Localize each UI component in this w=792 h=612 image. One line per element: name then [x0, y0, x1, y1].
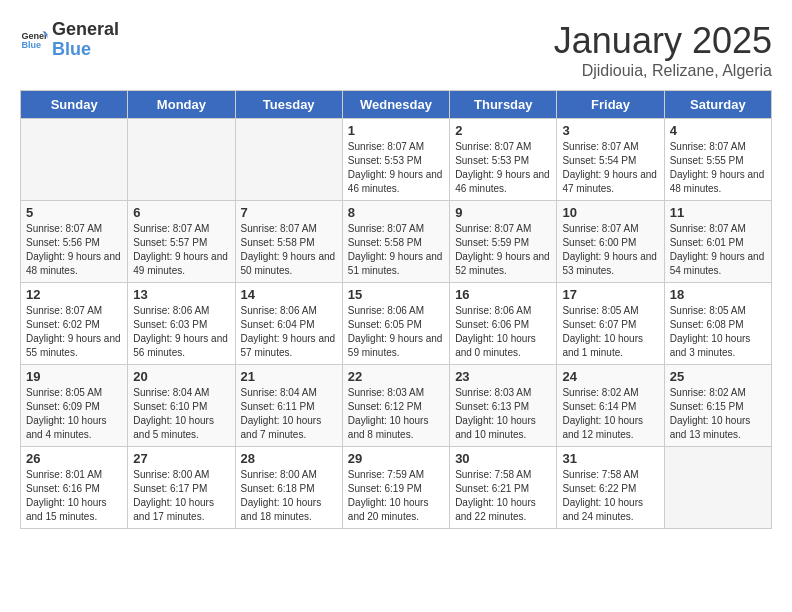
day-info: Sunrise: 8:07 AMSunset: 5:58 PMDaylight:…: [348, 222, 444, 278]
day-number: 5: [26, 205, 122, 220]
calendar-cell: 28Sunrise: 8:00 AMSunset: 6:18 PMDayligh…: [235, 447, 342, 529]
calendar-cell: 5Sunrise: 8:07 AMSunset: 5:56 PMDaylight…: [21, 201, 128, 283]
calendar-cell: 6Sunrise: 8:07 AMSunset: 5:57 PMDaylight…: [128, 201, 235, 283]
calendar-cell: 7Sunrise: 8:07 AMSunset: 5:58 PMDaylight…: [235, 201, 342, 283]
calendar-cell: 24Sunrise: 8:02 AMSunset: 6:14 PMDayligh…: [557, 365, 664, 447]
day-number: 4: [670, 123, 766, 138]
svg-text:Blue: Blue: [21, 40, 41, 50]
day-info: Sunrise: 8:00 AMSunset: 6:18 PMDaylight:…: [241, 468, 337, 524]
day-info: Sunrise: 8:02 AMSunset: 6:15 PMDaylight:…: [670, 386, 766, 442]
logo: General Blue GeneralBlue: [20, 20, 119, 60]
weekday-header: Monday: [128, 91, 235, 119]
day-number: 13: [133, 287, 229, 302]
calendar-cell: 20Sunrise: 8:04 AMSunset: 6:10 PMDayligh…: [128, 365, 235, 447]
weekday-header: Wednesday: [342, 91, 449, 119]
calendar-cell: 12Sunrise: 8:07 AMSunset: 6:02 PMDayligh…: [21, 283, 128, 365]
weekday-header: Sunday: [21, 91, 128, 119]
calendar-cell: 27Sunrise: 8:00 AMSunset: 6:17 PMDayligh…: [128, 447, 235, 529]
logo-icon: General Blue: [20, 26, 48, 54]
weekday-header-row: SundayMondayTuesdayWednesdayThursdayFrid…: [21, 91, 772, 119]
day-info: Sunrise: 8:00 AMSunset: 6:17 PMDaylight:…: [133, 468, 229, 524]
calendar-cell: 19Sunrise: 8:05 AMSunset: 6:09 PMDayligh…: [21, 365, 128, 447]
day-info: Sunrise: 8:03 AMSunset: 6:13 PMDaylight:…: [455, 386, 551, 442]
day-info: Sunrise: 8:03 AMSunset: 6:12 PMDaylight:…: [348, 386, 444, 442]
calendar-cell: 3Sunrise: 8:07 AMSunset: 5:54 PMDaylight…: [557, 119, 664, 201]
day-info: Sunrise: 8:05 AMSunset: 6:08 PMDaylight:…: [670, 304, 766, 360]
day-info: Sunrise: 8:06 AMSunset: 6:06 PMDaylight:…: [455, 304, 551, 360]
page-header: General Blue GeneralBlue January 2025 Dj…: [20, 20, 772, 80]
calendar-cell: 31Sunrise: 7:58 AMSunset: 6:22 PMDayligh…: [557, 447, 664, 529]
day-number: 26: [26, 451, 122, 466]
day-info: Sunrise: 8:07 AMSunset: 5:53 PMDaylight:…: [348, 140, 444, 196]
logo-text: GeneralBlue: [52, 20, 119, 60]
calendar-cell: 21Sunrise: 8:04 AMSunset: 6:11 PMDayligh…: [235, 365, 342, 447]
day-number: 9: [455, 205, 551, 220]
calendar-cell: [21, 119, 128, 201]
day-number: 21: [241, 369, 337, 384]
calendar-cell: 9Sunrise: 8:07 AMSunset: 5:59 PMDaylight…: [450, 201, 557, 283]
day-number: 29: [348, 451, 444, 466]
day-info: Sunrise: 8:01 AMSunset: 6:16 PMDaylight:…: [26, 468, 122, 524]
day-number: 22: [348, 369, 444, 384]
calendar-week-row: 19Sunrise: 8:05 AMSunset: 6:09 PMDayligh…: [21, 365, 772, 447]
day-info: Sunrise: 8:04 AMSunset: 6:11 PMDaylight:…: [241, 386, 337, 442]
day-info: Sunrise: 8:07 AMSunset: 6:01 PMDaylight:…: [670, 222, 766, 278]
day-number: 20: [133, 369, 229, 384]
calendar-cell: 8Sunrise: 8:07 AMSunset: 5:58 PMDaylight…: [342, 201, 449, 283]
day-number: 2: [455, 123, 551, 138]
calendar-cell: [664, 447, 771, 529]
title-section: January 2025 Djidiouia, Relizane, Algeri…: [554, 20, 772, 80]
calendar-cell: 13Sunrise: 8:06 AMSunset: 6:03 PMDayligh…: [128, 283, 235, 365]
calendar-cell: 30Sunrise: 7:58 AMSunset: 6:21 PMDayligh…: [450, 447, 557, 529]
calendar-week-row: 5Sunrise: 8:07 AMSunset: 5:56 PMDaylight…: [21, 201, 772, 283]
day-number: 27: [133, 451, 229, 466]
weekday-header: Tuesday: [235, 91, 342, 119]
day-info: Sunrise: 8:07 AMSunset: 5:57 PMDaylight:…: [133, 222, 229, 278]
day-info: Sunrise: 8:07 AMSunset: 5:56 PMDaylight:…: [26, 222, 122, 278]
day-number: 12: [26, 287, 122, 302]
calendar-cell: 17Sunrise: 8:05 AMSunset: 6:07 PMDayligh…: [557, 283, 664, 365]
day-number: 14: [241, 287, 337, 302]
day-number: 3: [562, 123, 658, 138]
calendar-week-row: 1Sunrise: 8:07 AMSunset: 5:53 PMDaylight…: [21, 119, 772, 201]
day-number: 17: [562, 287, 658, 302]
day-info: Sunrise: 8:07 AMSunset: 5:59 PMDaylight:…: [455, 222, 551, 278]
day-number: 31: [562, 451, 658, 466]
day-number: 25: [670, 369, 766, 384]
weekday-header: Saturday: [664, 91, 771, 119]
day-info: Sunrise: 8:07 AMSunset: 5:53 PMDaylight:…: [455, 140, 551, 196]
calendar-cell: 15Sunrise: 8:06 AMSunset: 6:05 PMDayligh…: [342, 283, 449, 365]
calendar-cell: 29Sunrise: 7:59 AMSunset: 6:19 PMDayligh…: [342, 447, 449, 529]
day-number: 30: [455, 451, 551, 466]
day-info: Sunrise: 8:07 AMSunset: 6:02 PMDaylight:…: [26, 304, 122, 360]
day-info: Sunrise: 8:06 AMSunset: 6:04 PMDaylight:…: [241, 304, 337, 360]
day-number: 19: [26, 369, 122, 384]
calendar-title: January 2025: [554, 20, 772, 62]
weekday-header: Friday: [557, 91, 664, 119]
day-info: Sunrise: 8:05 AMSunset: 6:09 PMDaylight:…: [26, 386, 122, 442]
day-info: Sunrise: 8:07 AMSunset: 5:58 PMDaylight:…: [241, 222, 337, 278]
calendar-table: SundayMondayTuesdayWednesdayThursdayFrid…: [20, 90, 772, 529]
calendar-week-row: 26Sunrise: 8:01 AMSunset: 6:16 PMDayligh…: [21, 447, 772, 529]
day-number: 1: [348, 123, 444, 138]
day-number: 10: [562, 205, 658, 220]
day-info: Sunrise: 8:05 AMSunset: 6:07 PMDaylight:…: [562, 304, 658, 360]
calendar-cell: [235, 119, 342, 201]
calendar-cell: 1Sunrise: 8:07 AMSunset: 5:53 PMDaylight…: [342, 119, 449, 201]
day-number: 11: [670, 205, 766, 220]
day-info: Sunrise: 7:59 AMSunset: 6:19 PMDaylight:…: [348, 468, 444, 524]
weekday-header: Thursday: [450, 91, 557, 119]
calendar-cell: 10Sunrise: 8:07 AMSunset: 6:00 PMDayligh…: [557, 201, 664, 283]
day-number: 24: [562, 369, 658, 384]
day-number: 15: [348, 287, 444, 302]
day-number: 28: [241, 451, 337, 466]
calendar-cell: 11Sunrise: 8:07 AMSunset: 6:01 PMDayligh…: [664, 201, 771, 283]
calendar-cell: 23Sunrise: 8:03 AMSunset: 6:13 PMDayligh…: [450, 365, 557, 447]
day-number: 18: [670, 287, 766, 302]
day-info: Sunrise: 7:58 AMSunset: 6:21 PMDaylight:…: [455, 468, 551, 524]
day-info: Sunrise: 8:07 AMSunset: 5:54 PMDaylight:…: [562, 140, 658, 196]
calendar-cell: 16Sunrise: 8:06 AMSunset: 6:06 PMDayligh…: [450, 283, 557, 365]
calendar-cell: 26Sunrise: 8:01 AMSunset: 6:16 PMDayligh…: [21, 447, 128, 529]
day-info: Sunrise: 8:06 AMSunset: 6:05 PMDaylight:…: [348, 304, 444, 360]
calendar-cell: 2Sunrise: 8:07 AMSunset: 5:53 PMDaylight…: [450, 119, 557, 201]
